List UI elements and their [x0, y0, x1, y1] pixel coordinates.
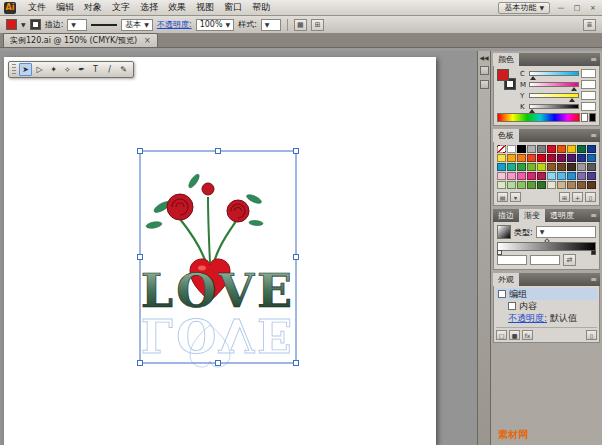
panel-menu-icon[interactable]: ≡	[590, 53, 597, 66]
style-select[interactable]: ▼	[261, 19, 281, 31]
channel-slider-K[interactable]	[529, 104, 579, 109]
selection-handle[interactable]	[294, 255, 299, 260]
panel-options-icon[interactable]: ≣	[583, 19, 596, 31]
menu-item-6[interactable]: 效果	[163, 0, 191, 15]
fill-chevron-icon[interactable]: ▼	[21, 22, 26, 28]
swatch-26[interactable]	[557, 163, 566, 171]
tab-transparency[interactable]: 透明度	[545, 209, 579, 222]
menu-item-1[interactable]: 文件	[23, 0, 51, 15]
selection-handle[interactable]	[138, 149, 143, 154]
swatch-37[interactable]	[567, 172, 576, 180]
selection-handle[interactable]	[294, 149, 299, 154]
restore-button[interactable]: □	[572, 4, 582, 12]
swatch-10[interactable]	[497, 154, 506, 162]
slider-thumb[interactable]	[569, 98, 575, 102]
channel-slider-Y[interactable]	[529, 93, 579, 98]
stroke-weight-select[interactable]: ▼	[67, 19, 87, 31]
swatch-3[interactable]	[527, 145, 536, 153]
swatch-31[interactable]	[507, 172, 516, 180]
brush-definition-select[interactable]: 基本 ▼	[121, 19, 153, 31]
swatch-46[interactable]	[557, 181, 566, 189]
pen-tool-icon[interactable]: ✒	[75, 63, 88, 76]
delete-swatch-icon[interactable]: ▯	[585, 192, 596, 202]
swatch-9[interactable]	[587, 145, 596, 153]
tab-appearance[interactable]: 外观	[493, 273, 519, 286]
gradient-angle-field[interactable]	[497, 255, 527, 265]
swatch-13[interactable]	[527, 154, 536, 162]
selection-handle[interactable]	[216, 361, 221, 366]
menu-item-2[interactable]: 编辑	[51, 0, 79, 15]
selection-handle[interactable]	[138, 255, 143, 260]
panel-menu-icon[interactable]: ≡	[590, 209, 597, 222]
menu-item-9[interactable]: 帮助	[247, 0, 275, 15]
swatch-28[interactable]	[577, 163, 586, 171]
dock-panel-icon[interactable]	[480, 80, 489, 89]
channel-slider-C[interactable]	[529, 71, 579, 76]
add-new-stroke-icon[interactable]: □	[496, 330, 507, 340]
canvas-area[interactable]: LOVE LOVE ➤▷✦⟡✒T/✎	[0, 51, 477, 445]
transform-icon[interactable]: ⊞	[311, 19, 324, 31]
swatch-49[interactable]	[587, 181, 596, 189]
swatch-47[interactable]	[567, 181, 576, 189]
minimize-button[interactable]: —	[556, 4, 566, 12]
artboard[interactable]: LOVE LOVE	[4, 57, 436, 445]
slider-thumb[interactable]	[571, 87, 577, 91]
swatch-38[interactable]	[577, 172, 586, 180]
white-swatch[interactable]	[581, 113, 588, 122]
panel-menu-icon[interactable]: ≡	[590, 273, 597, 286]
align-icon[interactable]: ▦	[294, 19, 307, 31]
swatch-11[interactable]	[507, 154, 516, 162]
swatch-1[interactable]	[507, 145, 516, 153]
swatch-41[interactable]	[507, 181, 516, 189]
delete-item-icon[interactable]: ▯	[586, 330, 597, 340]
swatch-30[interactable]	[497, 172, 506, 180]
appearance-row-2[interactable]: 内容	[496, 300, 597, 312]
magic-wand-tool-icon[interactable]: ✦	[47, 63, 60, 76]
workspace-switcher[interactable]: 基本功能 ▼	[498, 2, 550, 14]
swatch-42[interactable]	[517, 181, 526, 189]
gradient-stop-end[interactable]	[591, 250, 596, 255]
menu-item-7[interactable]: 视图	[191, 0, 219, 15]
menu-item-5[interactable]: 选择	[135, 0, 163, 15]
selection-handle[interactable]	[138, 361, 143, 366]
swatch-43[interactable]	[527, 181, 536, 189]
appearance-row-3[interactable]: 不透明度:默认值	[496, 312, 597, 324]
add-effect-icon[interactable]: fx	[522, 330, 533, 340]
swatch-22[interactable]	[517, 163, 526, 171]
type-tool-icon[interactable]: T	[89, 63, 102, 76]
swatch-19[interactable]	[587, 154, 596, 162]
swatch-21[interactable]	[507, 163, 516, 171]
channel-value-C[interactable]	[581, 69, 596, 78]
gradient-type-select[interactable]: ▼	[536, 226, 596, 238]
swatch-29[interactable]	[587, 163, 596, 171]
swatch-48[interactable]	[577, 181, 586, 189]
channel-value-K[interactable]	[581, 102, 596, 111]
fill-stroke-indicator[interactable]	[497, 69, 516, 90]
selection-handle[interactable]	[216, 149, 221, 154]
swatch-14[interactable]	[537, 154, 546, 162]
swatch-5[interactable]	[547, 145, 556, 153]
swatch-0[interactable]	[497, 145, 506, 153]
swatch-33[interactable]	[527, 172, 536, 180]
line-tool-icon[interactable]: /	[103, 63, 116, 76]
swatch-32[interactable]	[517, 172, 526, 180]
swatch-45[interactable]	[547, 181, 556, 189]
panel-grip[interactable]	[12, 64, 16, 75]
lasso-tool-icon[interactable]: ⟡	[61, 63, 74, 76]
swatch-15[interactable]	[547, 154, 556, 162]
stroke-color-swatch[interactable]	[30, 19, 41, 30]
panel-menu-icon[interactable]: ≡	[590, 129, 597, 142]
slider-thumb[interactable]	[529, 109, 535, 113]
swatch-libraries-icon[interactable]: ▤	[497, 192, 508, 202]
selection-tool-icon[interactable]: ➤	[19, 63, 32, 76]
gradient-slider[interactable]	[497, 242, 596, 251]
swatch-25[interactable]	[547, 163, 556, 171]
gradient-midpoint-handle[interactable]	[544, 238, 550, 244]
slider-thumb[interactable]	[530, 76, 536, 80]
swatch-27[interactable]	[567, 163, 576, 171]
swatch-kinds-icon[interactable]: ▾	[510, 192, 521, 202]
swatch-16[interactable]	[557, 154, 566, 162]
tab-stroke[interactable]: 描边	[493, 209, 519, 222]
tab-swatches[interactable]: 色板	[493, 129, 519, 142]
gradient-stop-start[interactable]	[497, 250, 502, 255]
